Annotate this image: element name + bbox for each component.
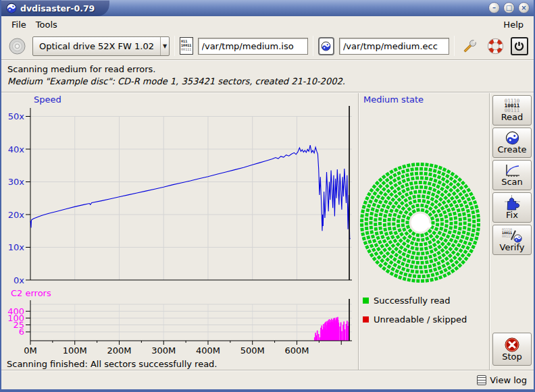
svg-text:0x: 0x xyxy=(14,275,24,285)
window-border xyxy=(1,389,534,392)
status-line-2: Medium "Example disc": CD-R mode 1, 3534… xyxy=(7,76,528,88)
binary-read-icon: 01110 10011 00111 xyxy=(505,99,520,113)
verify-button[interactable]: 01110 10011 00111 Verify xyxy=(492,225,532,255)
medium-state-disc xyxy=(359,161,484,285)
medium-state-title: Medium state xyxy=(363,94,424,105)
svg-text:Speed: Speed xyxy=(34,94,61,105)
svg-text:30x: 30x xyxy=(8,177,25,187)
read-button[interactable]: 01110 10011 00111 Read xyxy=(492,95,532,125)
stop-icon xyxy=(505,337,519,352)
legend-label-success: Successfully read xyxy=(374,296,450,306)
view-log-label: View log xyxy=(490,375,527,385)
verify-button-label: Verify xyxy=(500,243,525,252)
drive-selector-value: Optical drive 52X FW 1.02 xyxy=(33,41,160,51)
speed-and-c2-charts: 0x10x20x30x40x50xSpeed6251004000M100M200… xyxy=(1,93,358,358)
menu-bar: File Tools Help xyxy=(1,16,534,32)
svg-text:500M: 500M xyxy=(240,345,265,356)
svg-text:200M: 200M xyxy=(107,345,131,356)
action-button-column: 01110 10011 00111 Read Create xyxy=(490,93,534,370)
ecc-path-input[interactable] xyxy=(339,38,449,55)
scan-chart-icon xyxy=(504,164,521,177)
medium-state-legend: Successfully read Unreadable / skipped xyxy=(363,296,467,325)
svg-text:40x: 40x xyxy=(8,144,25,155)
svg-text:300M: 300M xyxy=(151,345,176,356)
chevron-down-icon: ▼ xyxy=(160,37,169,55)
title-bar[interactable]: dvdisaster-0.79 – □ × xyxy=(1,0,534,16)
iso-path-input[interactable] xyxy=(198,38,308,55)
svg-text:0M: 0M xyxy=(24,345,37,356)
close-button[interactable]: × xyxy=(518,2,530,13)
menu-tools[interactable]: Tools xyxy=(31,18,62,31)
page-fold xyxy=(189,37,193,41)
legend-row: Unreadable / skipped xyxy=(363,314,467,325)
log-icon xyxy=(477,375,486,385)
toolbar-separator xyxy=(174,36,175,56)
verify-icon: 01110 10011 00111 xyxy=(502,228,522,243)
fix-button[interactable]: Fix xyxy=(492,192,532,223)
power-icon xyxy=(514,41,524,51)
title-tab: dvdisaster-0.79 xyxy=(1,0,109,16)
preferences-button[interactable] xyxy=(459,35,480,57)
cd-drive-icon xyxy=(8,37,26,55)
fix-button-label: Fix xyxy=(506,211,518,220)
scan-charts: 0x10x20x30x40x50xSpeed6251004000M100M200… xyxy=(1,93,358,370)
legend-label-unreadable: Unreadable / skipped xyxy=(374,314,467,325)
svg-text:400M: 400M xyxy=(196,345,220,356)
drive-selector[interactable]: Optical drive 52X FW 1.02 ▼ xyxy=(32,36,170,56)
svg-text:10x: 10x xyxy=(8,242,25,252)
read-button-label: Read xyxy=(501,113,524,122)
maximize-button[interactable]: □ xyxy=(503,2,515,13)
legend-color-success xyxy=(363,298,369,304)
status-area: Scanning medium for read errors. Medium … xyxy=(1,60,534,92)
menu-help[interactable]: Help xyxy=(499,18,528,31)
wrench-icon xyxy=(461,38,478,55)
minimize-button[interactable]: – xyxy=(488,2,500,13)
view-log-button[interactable]: View log xyxy=(477,375,527,385)
scan-result-text: Scanning finished: All sectors successfu… xyxy=(7,359,218,369)
help-button[interactable] xyxy=(485,35,506,57)
puzzle-piece-icon xyxy=(505,195,520,211)
menu-file[interactable]: File xyxy=(7,18,31,31)
drive-select-button[interactable] xyxy=(7,35,28,57)
main-area: 0x10x20x30x40x50xSpeed6251004000M100M200… xyxy=(1,93,534,370)
svg-text:20x: 20x xyxy=(8,210,25,220)
lifebuoy-icon xyxy=(487,38,504,55)
iso-icon-row: 00111 xyxy=(181,47,191,51)
app-logo-icon xyxy=(6,3,17,13)
toolbar-separator xyxy=(454,36,455,56)
stop-button[interactable]: Stop xyxy=(492,333,532,366)
svg-text:C2 errors: C2 errors xyxy=(11,288,51,298)
legend-color-unreadable xyxy=(363,316,369,323)
app-window: dvdisaster-0.79 – □ × File Tools Help Op… xyxy=(0,0,535,392)
svg-text:50x: 50x xyxy=(8,111,25,121)
scan-button[interactable]: Scan xyxy=(492,160,532,190)
svg-text:400: 400 xyxy=(7,306,24,316)
toolbar-separator xyxy=(313,36,313,56)
create-button[interactable]: Create xyxy=(492,128,532,158)
yin-yang-icon xyxy=(505,131,519,145)
status-line-1: Scanning medium for read errors. xyxy=(7,63,528,76)
svg-text:100M: 100M xyxy=(63,345,87,356)
status-bar: View log xyxy=(1,370,534,389)
medium-state-panel: Medium state Successfully read Unreadabl… xyxy=(359,93,489,370)
ecc-file-icon xyxy=(318,37,334,55)
window-title: dvdisaster-0.79 xyxy=(20,3,95,13)
legend-row: Successfully read xyxy=(363,296,467,306)
iso-file-icon: 011 10011 00111 xyxy=(180,37,193,55)
toolbar: Optical drive 52X FW 1.02 ▼ 011 10011 00… xyxy=(1,32,534,60)
stop-button-label: Stop xyxy=(502,352,522,362)
svg-text:600M: 600M xyxy=(284,345,309,356)
scan-button-label: Scan xyxy=(501,177,523,187)
create-button-label: Create xyxy=(497,145,526,155)
quit-button[interactable] xyxy=(511,37,528,55)
